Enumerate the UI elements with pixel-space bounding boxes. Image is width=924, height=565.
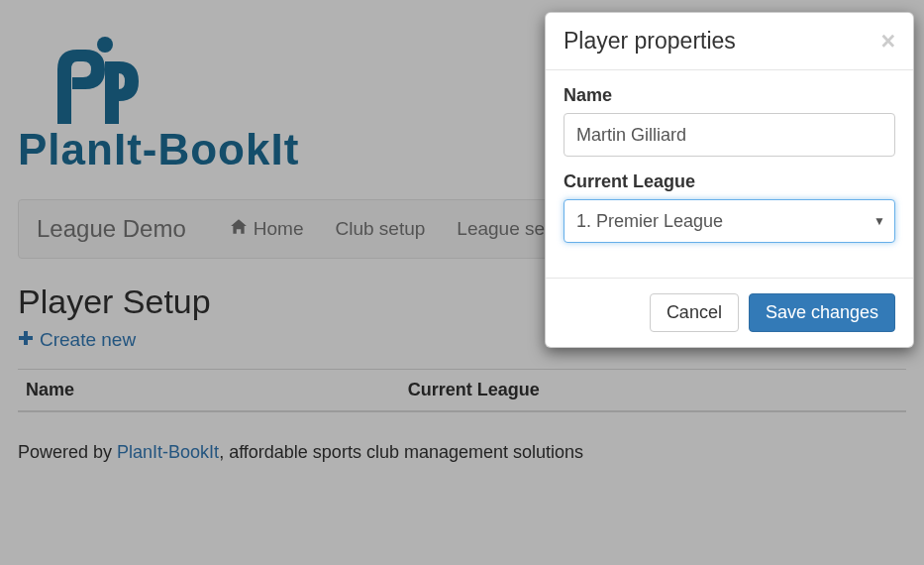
league-select[interactable] (564, 199, 895, 243)
close-icon[interactable]: × (880, 29, 895, 54)
league-label: Current League (564, 171, 895, 192)
name-input[interactable] (564, 113, 895, 157)
name-label: Name (564, 85, 895, 106)
player-properties-modal: Player properties × Name Current League … (545, 12, 914, 348)
cancel-button[interactable]: Cancel (650, 293, 739, 332)
modal-title: Player properties (564, 28, 736, 55)
save-button[interactable]: Save changes (749, 293, 895, 332)
